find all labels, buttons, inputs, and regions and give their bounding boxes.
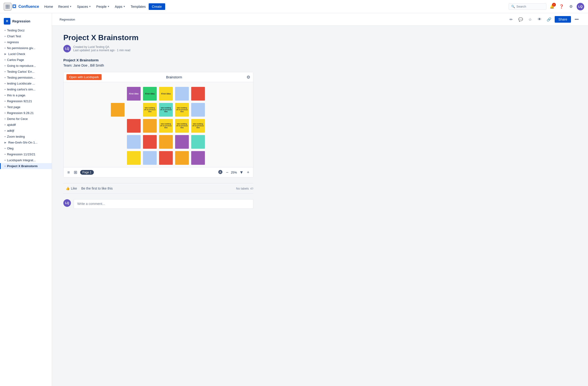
zoom-dropdown-button[interactable]: ▼	[238, 169, 245, 176]
app-layout: R Regression ● Testing Docz ● Chart Test…	[0, 13, 588, 386]
create-button[interactable]: Create	[149, 3, 165, 10]
sticky-note[interactable]: take building off of previous idea	[191, 119, 205, 133]
more-actions-icon[interactable]: •••	[573, 16, 580, 23]
sidebar-item-regresss[interactable]: ● regresss	[0, 39, 52, 45]
nav-apps[interactable]: Apps ▼	[112, 3, 128, 10]
sidebar-item-this-is-a-page[interactable]: ● this is a page.	[0, 92, 52, 98]
sticky-note[interactable]	[127, 135, 141, 149]
bullet-icon: ●	[4, 165, 6, 167]
sticky-note[interactable]	[191, 103, 205, 117]
thumbs-up-icon: 👍	[66, 187, 70, 190]
edit-icon[interactable]: ✏	[507, 16, 515, 23]
sticky-note[interactable]	[191, 151, 205, 165]
nav-people[interactable]: People ▼	[94, 3, 112, 10]
notifications-button[interactable]: 🔔 2	[548, 3, 556, 10]
bullet-icon: ●	[4, 59, 6, 61]
sticky-note[interactable]: take building off of previous idea	[175, 119, 189, 133]
zoom-in-button[interactable]: +	[246, 169, 250, 176]
sidebar-item-testing-docz[interactable]: ● Testing Docz	[0, 27, 52, 33]
comment-icon[interactable]: 💬	[517, 16, 525, 23]
sticky-note[interactable]	[191, 87, 205, 101]
bullet-icon: ●	[4, 159, 6, 161]
sticky-note[interactable]	[143, 151, 157, 165]
label-tag-icon[interactable]: 🏷	[250, 187, 253, 190]
breadcrumb[interactable]: Regression	[60, 18, 75, 21]
sticky-note[interactable]	[175, 135, 189, 149]
sticky-note[interactable]	[111, 103, 125, 117]
svg-rect-4	[7, 6, 8, 7]
comment-input[interactable]: Write a comment...	[74, 199, 253, 209]
sticky-note[interactable]	[159, 151, 173, 165]
sidebar-item-testing-carlos-sim[interactable]: ● testing carlos's sim...	[0, 86, 52, 92]
sidebar-item-testing-permission[interactable]: ● Testing permission...	[0, 75, 52, 80]
copy-link-icon[interactable]: 🔗	[545, 16, 553, 23]
sticky-note[interactable]	[175, 87, 189, 101]
sidebar-item-testing-carlos-err[interactable]: ● Testing Carlos' Err...	[0, 69, 52, 75]
nav-home[interactable]: Home	[42, 3, 55, 10]
sticky-note[interactable]: First idea	[127, 87, 141, 101]
sidebar-item-oleg[interactable]: ● Oleg	[0, 145, 52, 151]
sticky-empty	[111, 87, 125, 101]
nav-templates[interactable]: Templates	[128, 3, 148, 10]
expand-arrow-icon: ▶	[4, 53, 6, 55]
user-avatar[interactable]: LQ	[577, 3, 584, 10]
sidebar-item-testing-lucidscale[interactable]: ● testing Lucidscale ...	[0, 80, 52, 86]
sticky-note[interactable]	[191, 135, 205, 149]
sticky-note[interactable]	[127, 119, 141, 133]
settings-button[interactable]: ⚙	[567, 3, 575, 10]
list-view-icon[interactable]: ≡	[66, 169, 71, 176]
sticky-note[interactable]: take building off of previous idea	[159, 103, 173, 117]
zoom-annotation-icon[interactable]: 🅐	[217, 169, 224, 176]
sidebar-item-test-page[interactable]: ● Test page	[0, 104, 52, 110]
sidebar-item-ajskdlf[interactable]: ● ajskdlf	[0, 122, 52, 128]
sticky-note[interactable]: take building off of previous idea	[175, 103, 189, 117]
sidebar-item-regression-11-15-21[interactable]: ● Regression 11/15/21	[0, 151, 52, 157]
sidebar-item-lucidspark-integrat[interactable]: ● Lucidspark Integrat...	[0, 157, 52, 163]
sticky-note[interactable]	[143, 135, 157, 149]
sidebar-item-no-permissions[interactable]: ● No permissions giv...	[0, 45, 52, 51]
nav-spaces[interactable]: Spaces ▼	[75, 3, 94, 10]
notification-badge: 2	[552, 3, 556, 7]
like-button[interactable]: 👍 Like	[63, 185, 79, 192]
zoom-out-button[interactable]: −	[225, 169, 230, 176]
page-body: Project X Brainstorm LQ Created by Lucid…	[52, 26, 265, 216]
share-button[interactable]: Share	[555, 16, 571, 23]
sticky-note[interactable]	[175, 151, 189, 165]
watch-icon[interactable]: 👁	[536, 16, 543, 23]
sticky-note[interactable]	[159, 135, 173, 149]
sidebar-item-regression-9-28-21[interactable]: ● Regression 9.28.21	[0, 110, 52, 116]
open-with-lucidspark-button[interactable]: Open with Lucidspark	[66, 74, 102, 80]
sidebar-item-lucid-check[interactable]: ▶ Lucid Check	[0, 51, 52, 57]
sidebar-item-demo-for-cece[interactable]: ● Demo for Cece	[0, 116, 52, 122]
nav-recent[interactable]: Recent ▼	[56, 3, 74, 10]
bullet-icon: ●	[4, 94, 6, 96]
grid-view-icon[interactable]: ⊞	[73, 169, 78, 176]
help-button[interactable]: ❓	[558, 3, 565, 10]
sidebar-item-going-to-reproduce[interactable]: ● Going to reproduce...	[0, 63, 52, 69]
sidebar-item-zoom-testing[interactable]: ● Zoom testing	[0, 134, 52, 139]
no-labels-text: No labels	[236, 187, 249, 190]
sidebar-item-carlos-page[interactable]: ● Carlos Page	[0, 57, 52, 63]
page-indicator[interactable]: Page 1	[80, 170, 94, 175]
sidebar-item-chart-test[interactable]: ● Chart Test	[0, 33, 52, 39]
topnav-right: 🔍 Search 🔔 2 ❓ ⚙ LQ	[509, 3, 584, 10]
labels-section: No labels 🏷	[236, 187, 253, 190]
grid-icon[interactable]	[4, 3, 11, 10]
confluence-logo[interactable]: ⛋ Confluence	[12, 4, 39, 9]
sidebar-item-project-x-brainstorm[interactable]: ● Project X Brainstorm	[0, 163, 52, 169]
sticky-note[interactable]: take building off of previous idea	[159, 119, 173, 133]
sticky-note[interactable]: First idea	[143, 87, 157, 101]
sticky-note[interactable]	[127, 151, 141, 165]
sidebar-space-header[interactable]: R Regression	[0, 16, 52, 27]
lucid-canvas[interactable]: First idea First idea First idea take bu…	[63, 82, 253, 167]
sidebar-item-adkljf[interactable]: ● adkljf	[0, 128, 52, 134]
star-icon[interactable]: ☆	[526, 16, 534, 23]
sticky-note[interactable]: take building off of previous idea	[143, 103, 157, 117]
sticky-note[interactable]	[143, 119, 157, 133]
sidebar-item-ree-greh[interactable]: ▶ Ree-Greh-Shi-On 1...	[0, 139, 52, 145]
lucid-settings-icon[interactable]: ⚙	[247, 75, 250, 80]
sidebar-item-regression-92121[interactable]: ● Regression 92121	[0, 98, 52, 104]
search-box[interactable]: 🔍 Search	[509, 3, 546, 10]
like-section: 👍 Like Be the first to like this	[63, 185, 113, 192]
sticky-note[interactable]: First idea	[159, 87, 173, 101]
